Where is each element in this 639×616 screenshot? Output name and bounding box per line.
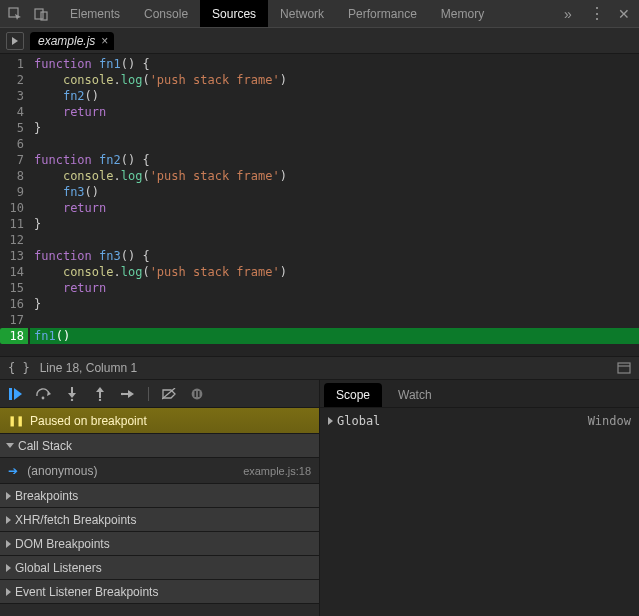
code-line[interactable]: return [30, 280, 639, 296]
step-into-icon[interactable] [64, 386, 80, 402]
code-line[interactable] [30, 232, 639, 248]
pause-on-exceptions-icon[interactable] [189, 386, 205, 402]
svg-rect-6 [9, 388, 12, 400]
file-tab-label: example.js [38, 34, 95, 48]
svg-marker-3 [12, 37, 18, 45]
line-number[interactable]: 6 [0, 136, 24, 152]
tab-network[interactable]: Network [268, 0, 336, 27]
chevron-right-icon [6, 516, 11, 524]
svg-rect-4 [618, 363, 630, 373]
pretty-print-icon[interactable]: { } [8, 361, 30, 375]
panel-tabs: Elements Console Sources Network Perform… [58, 0, 551, 27]
chevron-right-icon [6, 492, 11, 500]
line-number[interactable]: 14 [0, 264, 24, 280]
svg-marker-7 [14, 388, 22, 400]
section-callstack[interactable]: Call Stack [0, 434, 319, 458]
svg-rect-1 [35, 9, 43, 19]
line-number[interactable]: 4 [0, 104, 24, 120]
tab-console[interactable]: Console [132, 0, 200, 27]
code-line[interactable]: function fn2() { [30, 152, 639, 168]
coverage-toggle-icon[interactable] [617, 362, 631, 374]
code-line[interactable]: console.log('push stack frame') [30, 264, 639, 280]
tab-performance[interactable]: Performance [336, 0, 429, 27]
line-number[interactable]: 9 [0, 184, 24, 200]
close-devtools-icon[interactable]: ✕ [615, 5, 633, 23]
line-number[interactable]: 13 [0, 248, 24, 264]
tab-sources[interactable]: Sources [200, 0, 268, 27]
scope-tabs: Scope Watch [320, 380, 639, 408]
code-line[interactable]: fn2() [30, 88, 639, 104]
deactivate-breakpoints-icon[interactable] [161, 386, 177, 402]
tab-scope[interactable]: Scope [324, 383, 382, 407]
tab-memory[interactable]: Memory [429, 0, 496, 27]
code-line[interactable]: } [30, 120, 639, 136]
code-line[interactable]: return [30, 104, 639, 120]
line-number[interactable]: 1 [0, 56, 24, 72]
line-number[interactable]: 11 [0, 216, 24, 232]
callstack-frame[interactable]: ➔ (anonymous) example.js:18 [0, 458, 319, 484]
code-line[interactable]: return [30, 200, 639, 216]
step-icon[interactable] [120, 386, 136, 402]
inspect-element-icon[interactable] [6, 5, 24, 23]
code-line[interactable]: console.log('push stack frame') [30, 72, 639, 88]
line-number[interactable]: 3 [0, 88, 24, 104]
svg-marker-17 [128, 390, 134, 398]
line-number[interactable]: 8 [0, 168, 24, 184]
tab-watch[interactable]: Watch [386, 383, 444, 407]
chevron-right-icon [6, 588, 11, 596]
code-line[interactable]: } [30, 296, 639, 312]
line-number[interactable]: 7 [0, 152, 24, 168]
scope-row-global[interactable]: Global Window [328, 412, 631, 430]
close-file-tab-icon[interactable]: × [101, 34, 108, 48]
section-global-listeners[interactable]: Global Listeners [0, 556, 319, 580]
code-line[interactable] [30, 136, 639, 152]
code-line[interactable]: } [30, 216, 639, 232]
scope-body: Global Window [320, 408, 639, 616]
code-body[interactable]: function fn1() { console.log('push stack… [30, 54, 639, 356]
svg-point-15 [99, 398, 101, 400]
code-line[interactable] [30, 312, 639, 328]
step-over-icon[interactable] [36, 386, 52, 402]
navigator-toggle-icon[interactable] [6, 32, 24, 50]
line-number[interactable]: 10 [0, 200, 24, 216]
section-dom-breakpoints[interactable]: DOM Breakpoints [0, 532, 319, 556]
svg-point-9 [42, 396, 45, 399]
debug-right-panel: Scope Watch Global Window [320, 380, 639, 616]
debugger-pane: ❚❚ Paused on breakpoint Call Stack ➔ (an… [0, 380, 639, 616]
chevron-right-icon [6, 564, 11, 572]
more-tabs-icon[interactable]: » [559, 5, 577, 23]
callstack-frame-location: example.js:18 [243, 465, 311, 477]
section-dom-label: DOM Breakpoints [15, 537, 110, 551]
line-number[interactable]: 12 [0, 232, 24, 248]
code-line[interactable]: function fn1() { [30, 56, 639, 72]
section-xhr-label: XHR/fetch Breakpoints [15, 513, 136, 527]
section-event-listener-breakpoints[interactable]: Event Listener Breakpoints [0, 580, 319, 604]
svg-rect-21 [195, 391, 197, 397]
kebab-menu-icon[interactable]: ⋮ [587, 5, 605, 23]
tab-elements[interactable]: Elements [58, 0, 132, 27]
section-xhr-breakpoints[interactable]: XHR/fetch Breakpoints [0, 508, 319, 532]
code-line[interactable]: fn3() [30, 184, 639, 200]
line-number[interactable]: 16 [0, 296, 24, 312]
line-gutter[interactable]: 123456789101112131415161718 [0, 54, 30, 356]
debug-left-panel: ❚❚ Paused on breakpoint Call Stack ➔ (an… [0, 380, 320, 616]
section-breakpoints[interactable]: Breakpoints [0, 484, 319, 508]
step-out-icon[interactable] [92, 386, 108, 402]
device-toolbar-icon[interactable] [32, 5, 50, 23]
current-frame-icon: ➔ [8, 464, 18, 478]
callstack-frame-name: (anonymous) [27, 464, 97, 478]
section-callstack-label: Call Stack [18, 439, 72, 453]
code-line[interactable]: fn1() [30, 328, 639, 344]
line-number[interactable]: 18 [0, 328, 28, 344]
resume-icon[interactable] [8, 386, 24, 402]
line-number[interactable]: 5 [0, 120, 24, 136]
file-tab-example-js[interactable]: example.js × [30, 32, 114, 50]
code-line[interactable]: function fn3() { [30, 248, 639, 264]
code-editor[interactable]: 123456789101112131415161718 function fn1… [0, 54, 639, 356]
paused-banner: ❚❚ Paused on breakpoint [0, 408, 319, 434]
line-number[interactable]: 15 [0, 280, 24, 296]
line-number[interactable]: 2 [0, 72, 24, 88]
scope-row-name: Global [337, 414, 380, 428]
line-number[interactable]: 17 [0, 312, 24, 328]
code-line[interactable]: console.log('push stack frame') [30, 168, 639, 184]
